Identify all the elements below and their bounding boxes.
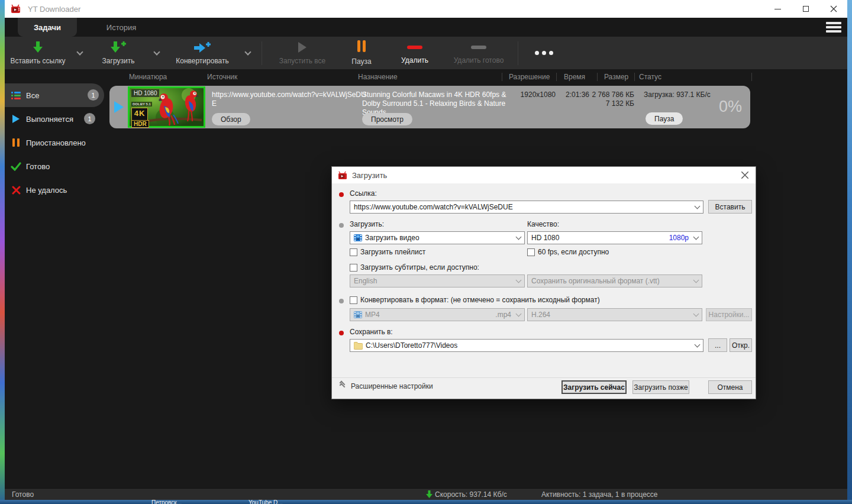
- row-size-done: 7 132 КБ: [580, 99, 634, 108]
- sidebar-item-paused[interactable]: Приостановлено: [5, 131, 104, 154]
- tab-history[interactable]: История: [77, 18, 166, 37]
- download-mode-label: Загрузить:: [350, 220, 384, 228]
- quality-tag: 1080p: [669, 234, 689, 242]
- app-tv-icon: [338, 171, 347, 180]
- more-button[interactable]: [523, 37, 564, 69]
- download-dropdown[interactable]: [148, 37, 166, 69]
- close-button[interactable]: [819, 0, 847, 18]
- column-header-resolution[interactable]: Разрешение: [509, 73, 550, 81]
- download-later-button[interactable]: Загрузить позже: [632, 380, 689, 394]
- convert-checkbox-row[interactable]: Конвертировать в формат: (не отмечено = …: [350, 296, 600, 304]
- maximize-button[interactable]: [792, 0, 819, 18]
- row-source-url: https://www.youtube.com/watch?v=kVALWjSe…: [212, 91, 367, 108]
- browse-source-button[interactable]: Обзор: [212, 113, 250, 125]
- download-button[interactable]: Загрузить: [89, 37, 148, 69]
- minimize-button[interactable]: [764, 0, 792, 18]
- row-pause-button[interactable]: Пауза: [646, 112, 683, 125]
- convert-button[interactable]: Конвертировать: [166, 37, 239, 69]
- menu-button[interactable]: [826, 22, 841, 33]
- format-extension: .mp4: [495, 311, 511, 319]
- browse-folder-button[interactable]: ...: [708, 338, 727, 352]
- task-row[interactable]: HD 1080 DOLBY 5.1 4K 60 FPS HDR https://…: [109, 86, 750, 128]
- count-badge: 1: [88, 89, 99, 101]
- column-header-destination[interactable]: Назначение: [358, 73, 398, 81]
- section-bullet: [339, 299, 344, 303]
- row-size-total: 2 768 786 КБ: [580, 91, 634, 99]
- preview-button[interactable]: Просмотр: [362, 113, 412, 125]
- column-header-source[interactable]: Источник: [207, 73, 237, 81]
- tab-bar: Задачи История: [5, 18, 847, 37]
- subtitles-format-combobox: Сохранить оригинальный формат (.vtt): [527, 274, 702, 287]
- pause-button[interactable]: Пауза: [338, 37, 385, 69]
- taskbar-item[interactable]: Петровск...: [151, 500, 182, 504]
- download-mode-combobox[interactable]: Загрузить видео: [350, 231, 525, 244]
- column-header-thumbnail[interactable]: Миниатюра: [129, 73, 167, 81]
- row-play-icon[interactable]: [114, 101, 124, 113]
- app-tv-icon: [11, 4, 21, 14]
- sidebar-item-done[interactable]: Готово: [5, 154, 104, 178]
- failed-x-icon: [11, 186, 21, 195]
- quality-combobox[interactable]: HD 1080 1080p: [527, 231, 702, 244]
- dialog-close-icon[interactable]: [740, 170, 750, 180]
- section-bullet: [339, 223, 344, 228]
- sidebar-item-all[interactable]: Все 1: [5, 83, 104, 107]
- sidebar-item-label: Готово: [26, 162, 50, 171]
- codec-settings-button: Настройки...: [706, 308, 752, 321]
- sidebar-item-label: Все: [26, 91, 39, 100]
- start-all-button: Запустить все: [267, 37, 338, 69]
- chevron-down-icon: [695, 341, 701, 347]
- taskbar-item[interactable]: YouTube D...: [248, 500, 283, 504]
- sidebar-item-label: Не удалось: [26, 186, 67, 195]
- chevron-down-icon: [153, 49, 160, 55]
- subtitles-checkbox[interactable]: [350, 264, 357, 272]
- tab-tasks[interactable]: Задачи: [18, 18, 77, 37]
- fps-checkbox-row[interactable]: 60 fps, если доступно: [527, 248, 609, 256]
- toolbar: Вставить ссылку Загрузить Конвертировать: [5, 37, 847, 69]
- quality-label: Качество:: [527, 220, 559, 228]
- save-path-combobox[interactable]: C:\Users\DToretto777\Videos: [350, 339, 703, 352]
- chevron-down-icon: [244, 49, 251, 55]
- start-all-icon: [296, 41, 308, 54]
- download-now-button[interactable]: Загрузить сейчас: [561, 380, 627, 394]
- fps-checkbox[interactable]: [527, 248, 535, 256]
- film-icon: [354, 234, 362, 242]
- paste-link-button[interactable]: Вставить ссылку: [5, 37, 71, 69]
- folder-icon: [354, 342, 363, 350]
- playlist-checkbox[interactable]: [350, 248, 357, 256]
- title-bar: YT Downloader: [5, 0, 847, 18]
- column-header-status[interactable]: Статус: [639, 73, 661, 81]
- open-folder-button[interactable]: Откр.: [730, 338, 752, 352]
- column-header-size[interactable]: Размер: [604, 73, 628, 81]
- double-chevron-up-icon: [340, 382, 345, 387]
- film-icon: [354, 311, 362, 319]
- paste-button[interactable]: Вставить: [708, 200, 752, 214]
- chevron-down-icon: [693, 234, 699, 240]
- chevron-down-icon: [693, 311, 699, 316]
- badge-dolby: DOLBY 5.1: [131, 102, 152, 106]
- required-bullet: [339, 331, 344, 335]
- list-all-icon: [11, 91, 21, 101]
- chevron-down-icon: [76, 49, 83, 55]
- sidebar-item-running[interactable]: Выполняется 1: [5, 107, 104, 131]
- row-progress: 0%: [719, 98, 742, 116]
- cancel-button[interactable]: Отмена: [708, 380, 752, 394]
- convert-checkbox[interactable]: [350, 296, 357, 304]
- paste-link-dropdown[interactable]: [71, 37, 89, 69]
- badge-hd1080: HD 1080: [131, 89, 159, 97]
- pause-icon: [356, 40, 367, 54]
- link-combobox[interactable]: https://www.youtube.com/watch?v=kVALWjSe…: [350, 201, 703, 214]
- advanced-settings-link[interactable]: Расширенные настройки: [351, 382, 433, 390]
- app-window: YT Downloader Задачи История: [5, 0, 847, 500]
- row-resolution: 1920x1080: [507, 91, 556, 99]
- convert-dropdown[interactable]: [239, 37, 257, 69]
- subtitles-checkbox-row[interactable]: Загрузить субтитры, если доступно:: [350, 263, 479, 272]
- window-title: YT Downloader: [28, 5, 80, 14]
- chevron-down-icon: [516, 234, 522, 240]
- column-header-time[interactable]: Время: [564, 73, 585, 81]
- sidebar-item-failed[interactable]: Не удалось: [5, 178, 104, 202]
- delete-button[interactable]: Удалить: [385, 37, 444, 69]
- save-to-label: Сохранить в:: [350, 328, 393, 336]
- hamburger-icon: [826, 22, 841, 24]
- chevron-down-icon: [695, 203, 701, 209]
- playlist-checkbox-row[interactable]: Загрузить плейлист: [350, 248, 425, 256]
